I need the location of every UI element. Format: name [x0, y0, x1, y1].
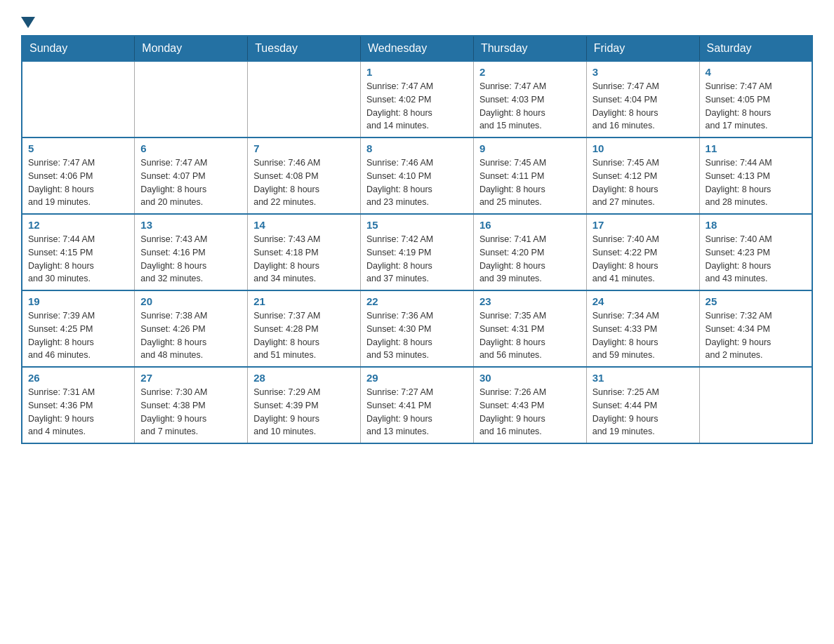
- calendar-cell: 21Sunrise: 7:37 AMSunset: 4:28 PMDayligh…: [248, 290, 361, 367]
- day-info: Sunrise: 7:47 AMSunset: 4:07 PMDaylight:…: [140, 156, 241, 209]
- day-info: Sunrise: 7:38 AMSunset: 4:26 PMDaylight:…: [140, 309, 241, 362]
- day-info: Sunrise: 7:45 AMSunset: 4:11 PMDaylight:…: [479, 156, 581, 209]
- calendar-cell: 19Sunrise: 7:39 AMSunset: 4:25 PMDayligh…: [22, 290, 135, 367]
- day-info: Sunrise: 7:29 AMSunset: 4:39 PMDaylight:…: [253, 386, 355, 438]
- calendar-cell: [135, 61, 248, 137]
- day-info: Sunrise: 7:42 AMSunset: 4:19 PMDaylight:…: [366, 233, 468, 286]
- day-number: 16: [479, 219, 581, 231]
- logo: [21, 14, 38, 28]
- calendar-cell: 20Sunrise: 7:38 AMSunset: 4:26 PMDayligh…: [135, 290, 248, 367]
- calendar-cell: 12Sunrise: 7:44 AMSunset: 4:15 PMDayligh…: [22, 214, 135, 290]
- day-info: Sunrise: 7:40 AMSunset: 4:22 PMDaylight:…: [593, 233, 694, 286]
- day-number: 5: [28, 142, 128, 154]
- calendar-cell: 25Sunrise: 7:32 AMSunset: 4:34 PMDayligh…: [699, 290, 812, 367]
- day-number: 8: [366, 142, 468, 154]
- week-row-1: 1Sunrise: 7:47 AMSunset: 4:02 PMDaylight…: [22, 61, 812, 137]
- calendar-cell: 22Sunrise: 7:36 AMSunset: 4:30 PMDayligh…: [361, 290, 474, 367]
- day-info: Sunrise: 7:47 AMSunset: 4:03 PMDaylight:…: [479, 80, 581, 133]
- day-number: 19: [28, 295, 128, 307]
- calendar-cell: [248, 61, 361, 137]
- day-info: Sunrise: 7:43 AMSunset: 4:16 PMDaylight:…: [140, 233, 241, 286]
- day-header-thursday: Thursday: [473, 36, 586, 61]
- day-header-saturday: Saturday: [699, 36, 812, 61]
- calendar-cell: 10Sunrise: 7:45 AMSunset: 4:12 PMDayligh…: [586, 137, 699, 214]
- calendar-cell: 14Sunrise: 7:43 AMSunset: 4:18 PMDayligh…: [248, 214, 361, 290]
- calendar-cell: 13Sunrise: 7:43 AMSunset: 4:16 PMDayligh…: [135, 214, 248, 290]
- day-info: Sunrise: 7:43 AMSunset: 4:18 PMDaylight:…: [253, 233, 355, 286]
- calendar-cell: 2Sunrise: 7:47 AMSunset: 4:03 PMDaylight…: [473, 61, 586, 137]
- day-info: Sunrise: 7:47 AMSunset: 4:02 PMDaylight:…: [366, 80, 468, 133]
- day-number: 31: [593, 372, 694, 384]
- calendar-cell: [22, 61, 135, 137]
- week-row-3: 12Sunrise: 7:44 AMSunset: 4:15 PMDayligh…: [22, 214, 812, 290]
- day-info: Sunrise: 7:34 AMSunset: 4:33 PMDaylight:…: [593, 309, 694, 362]
- day-number: 2: [479, 66, 581, 78]
- day-number: 24: [593, 295, 694, 307]
- week-row-5: 26Sunrise: 7:31 AMSunset: 4:36 PMDayligh…: [22, 367, 812, 443]
- day-header-friday: Friday: [586, 36, 699, 61]
- week-row-2: 5Sunrise: 7:47 AMSunset: 4:06 PMDaylight…: [22, 137, 812, 214]
- calendar-cell: 7Sunrise: 7:46 AMSunset: 4:08 PMDaylight…: [248, 137, 361, 214]
- day-number: 29: [366, 372, 468, 384]
- day-header-sunday: Sunday: [22, 36, 135, 61]
- calendar-cell: 3Sunrise: 7:47 AMSunset: 4:04 PMDaylight…: [586, 61, 699, 137]
- calendar-header-row: SundayMondayTuesdayWednesdayThursdayFrid…: [22, 36, 812, 61]
- day-info: Sunrise: 7:36 AMSunset: 4:30 PMDaylight:…: [366, 309, 468, 362]
- day-number: 4: [706, 66, 806, 78]
- calendar-cell: 8Sunrise: 7:46 AMSunset: 4:10 PMDaylight…: [361, 137, 474, 214]
- day-number: 14: [253, 219, 355, 231]
- calendar-cell: 26Sunrise: 7:31 AMSunset: 4:36 PMDayligh…: [22, 367, 135, 443]
- day-info: Sunrise: 7:45 AMSunset: 4:12 PMDaylight:…: [593, 156, 694, 209]
- day-info: Sunrise: 7:27 AMSunset: 4:41 PMDaylight:…: [366, 386, 468, 438]
- day-header-wednesday: Wednesday: [361, 36, 474, 61]
- day-info: Sunrise: 7:40 AMSunset: 4:23 PMDaylight:…: [706, 233, 806, 286]
- day-info: Sunrise: 7:44 AMSunset: 4:13 PMDaylight:…: [706, 156, 806, 209]
- day-number: 15: [366, 219, 468, 231]
- calendar-cell: 28Sunrise: 7:29 AMSunset: 4:39 PMDayligh…: [248, 367, 361, 443]
- calendar-cell: 4Sunrise: 7:47 AMSunset: 4:05 PMDaylight…: [699, 61, 812, 137]
- day-number: 13: [140, 219, 241, 231]
- week-row-4: 19Sunrise: 7:39 AMSunset: 4:25 PMDayligh…: [22, 290, 812, 367]
- calendar-cell: 27Sunrise: 7:30 AMSunset: 4:38 PMDayligh…: [135, 367, 248, 443]
- day-info: Sunrise: 7:46 AMSunset: 4:10 PMDaylight:…: [366, 156, 468, 209]
- day-number: 6: [140, 142, 241, 154]
- day-header-tuesday: Tuesday: [248, 36, 361, 61]
- calendar-cell: 5Sunrise: 7:47 AMSunset: 4:06 PMDaylight…: [22, 137, 135, 214]
- day-info: Sunrise: 7:30 AMSunset: 4:38 PMDaylight:…: [140, 386, 241, 438]
- day-number: 1: [366, 66, 468, 78]
- calendar-cell: [699, 367, 812, 443]
- day-number: 23: [479, 295, 581, 307]
- day-info: Sunrise: 7:37 AMSunset: 4:28 PMDaylight:…: [253, 309, 355, 362]
- calendar-cell: 15Sunrise: 7:42 AMSunset: 4:19 PMDayligh…: [361, 214, 474, 290]
- day-number: 12: [28, 219, 128, 231]
- day-number: 17: [593, 219, 694, 231]
- calendar-cell: 11Sunrise: 7:44 AMSunset: 4:13 PMDayligh…: [699, 137, 812, 214]
- calendar-cell: 17Sunrise: 7:40 AMSunset: 4:22 PMDayligh…: [586, 214, 699, 290]
- calendar-cell: 6Sunrise: 7:47 AMSunset: 4:07 PMDaylight…: [135, 137, 248, 214]
- day-number: 18: [706, 219, 806, 231]
- day-number: 7: [253, 142, 355, 154]
- day-header-monday: Monday: [135, 36, 248, 61]
- day-info: Sunrise: 7:31 AMSunset: 4:36 PMDaylight:…: [28, 386, 128, 438]
- day-info: Sunrise: 7:25 AMSunset: 4:44 PMDaylight:…: [593, 386, 694, 438]
- day-number: 20: [140, 295, 241, 307]
- day-number: 28: [253, 372, 355, 384]
- calendar-cell: 23Sunrise: 7:35 AMSunset: 4:31 PMDayligh…: [473, 290, 586, 367]
- day-number: 10: [593, 142, 694, 154]
- day-number: 11: [706, 142, 806, 154]
- calendar-cell: 24Sunrise: 7:34 AMSunset: 4:33 PMDayligh…: [586, 290, 699, 367]
- day-info: Sunrise: 7:46 AMSunset: 4:08 PMDaylight:…: [253, 156, 355, 209]
- calendar-cell: 9Sunrise: 7:45 AMSunset: 4:11 PMDaylight…: [473, 137, 586, 214]
- calendar-cell: 1Sunrise: 7:47 AMSunset: 4:02 PMDaylight…: [361, 61, 474, 137]
- day-number: 22: [366, 295, 468, 307]
- day-info: Sunrise: 7:35 AMSunset: 4:31 PMDaylight:…: [479, 309, 581, 362]
- page-header: [21, 14, 813, 28]
- calendar-cell: 18Sunrise: 7:40 AMSunset: 4:23 PMDayligh…: [699, 214, 812, 290]
- calendar-cell: 16Sunrise: 7:41 AMSunset: 4:20 PMDayligh…: [473, 214, 586, 290]
- day-info: Sunrise: 7:26 AMSunset: 4:43 PMDaylight:…: [479, 386, 581, 438]
- day-number: 9: [479, 142, 581, 154]
- logo-triangle-icon: [21, 17, 35, 28]
- day-info: Sunrise: 7:41 AMSunset: 4:20 PMDaylight:…: [479, 233, 581, 286]
- day-info: Sunrise: 7:47 AMSunset: 4:05 PMDaylight:…: [706, 80, 806, 133]
- day-number: 25: [706, 295, 806, 307]
